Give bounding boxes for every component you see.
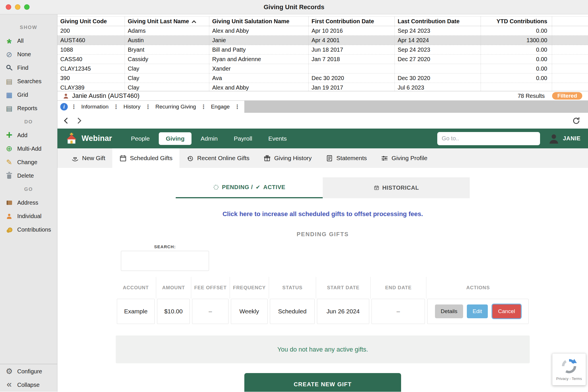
sidebar-item-label: Contributions bbox=[17, 226, 51, 233]
tab-menu-dots-icon[interactable]: ⋮ bbox=[113, 104, 119, 110]
tab-menu-dots-icon[interactable]: ⋮ bbox=[145, 104, 151, 110]
info-icon[interactable] bbox=[60, 103, 68, 110]
table-cell: 0.00 bbox=[481, 64, 552, 73]
table-cell: Dec 30 2020 bbox=[395, 73, 481, 83]
tab-menu-dots-icon[interactable]: ⋮ bbox=[71, 104, 77, 110]
pending-spinner-icon bbox=[213, 184, 219, 190]
subnav-item-giving-history[interactable]: Giving History bbox=[256, 148, 319, 168]
filtered-badge[interactable]: Filtered bbox=[552, 92, 582, 100]
window-titlebar: Giving Unit Records bbox=[0, 0, 588, 14]
none-icon: ⊘ bbox=[5, 50, 14, 59]
subnav-item-label: Recent Online Gifts bbox=[197, 155, 249, 162]
forward-button[interactable] bbox=[75, 118, 81, 124]
table-row[interactable]: AUST460AustinJanieApr 4 2001Apr 14 20241… bbox=[57, 36, 588, 45]
nav-item-payroll[interactable]: Payroll bbox=[227, 132, 259, 145]
minimize-window-button[interactable] bbox=[15, 4, 20, 10]
sidebar-item-change[interactable]: ✎Change bbox=[0, 156, 57, 169]
records-column-label: Last Contribution Date bbox=[398, 18, 460, 25]
record-tab-information[interactable]: Information bbox=[80, 104, 110, 110]
searches-icon: ▤ bbox=[5, 77, 14, 86]
sidebar-item-collapse[interactable]: «Collapse bbox=[0, 378, 57, 392]
statement-icon bbox=[326, 154, 333, 162]
sidebar-item-individual[interactable]: Individual bbox=[0, 209, 57, 223]
add-icon: + bbox=[5, 131, 14, 140]
table-cell: Jul 6 2023 bbox=[395, 83, 481, 91]
record-tab-recurring-giving[interactable]: Recurring Giving bbox=[154, 104, 198, 110]
table-cell: Apr 10 2016 bbox=[309, 26, 395, 35]
table-row[interactable]: 390ClayAvaDec 30 2020Dec 30 20200.00 bbox=[57, 73, 588, 83]
search-input[interactable] bbox=[121, 251, 209, 271]
subnav-item-recent-online-gifts[interactable]: Recent Online Gifts bbox=[179, 148, 256, 168]
subnav-item-statements[interactable]: Statements bbox=[319, 148, 374, 168]
details-button[interactable]: Details bbox=[435, 304, 463, 318]
change-icon: ✎ bbox=[5, 158, 14, 167]
table-cell: 0.00 bbox=[481, 45, 552, 54]
subnav-item-new-gift[interactable]: New Gift bbox=[64, 148, 112, 168]
nav-item-giving[interactable]: Giving bbox=[159, 132, 191, 145]
gift-actions-cell: Details Edit Cancel bbox=[427, 299, 529, 324]
table-row[interactable]: CLAY389ClayAlex and AbbyJan 19 2017Jul 6… bbox=[57, 83, 588, 91]
sidebar-item-reports[interactable]: ▤Reports bbox=[0, 102, 57, 115]
table-cell: AUST460 bbox=[57, 36, 125, 45]
search-label: SEARCH: bbox=[121, 244, 209, 249]
sidebar-item-contributions[interactable]: Contributions bbox=[0, 223, 57, 236]
records-column-header[interactable]: Giving Unit Salutation Name bbox=[209, 17, 309, 26]
history-icon bbox=[186, 154, 194, 162]
sidebar-item-multi-add[interactable]: ⊕Multi-Add bbox=[0, 142, 57, 156]
sidebar-item-find[interactable]: Find bbox=[0, 61, 57, 75]
goto-search-input[interactable] bbox=[437, 132, 540, 145]
sidebar-item-address[interactable]: Address bbox=[0, 196, 57, 209]
sidebar-item-searches[interactable]: ▤Searches bbox=[0, 75, 57, 88]
record-tab-history[interactable]: History bbox=[122, 104, 142, 110]
configure-icon: ⚙ bbox=[5, 367, 14, 376]
records-column-header[interactable]: First Contribution Date bbox=[309, 17, 395, 26]
sidebar-item-grid[interactable]: ▦Grid bbox=[0, 88, 57, 102]
user-menu[interactable]: JANIE bbox=[548, 132, 581, 145]
cancel-button[interactable]: Cancel bbox=[492, 304, 521, 318]
records-column-header[interactable]: YTD Contributions bbox=[481, 17, 552, 26]
subnav-item-scheduled-gifts[interactable]: Scheduled Gifts bbox=[112, 148, 179, 168]
site-nav: PeopleGivingAdminPayrollEvents bbox=[124, 132, 294, 145]
nav-item-people[interactable]: People bbox=[124, 132, 156, 145]
sidebar-section-heading: DO bbox=[0, 115, 57, 129]
sidebar-item-add[interactable]: +Add bbox=[0, 129, 57, 142]
table-row[interactable]: 200AdamsAlex and AbbyApr 10 2016Sep 24 2… bbox=[57, 26, 588, 36]
table-cell: Dec 30 2020 bbox=[309, 73, 395, 83]
browser-nav-row bbox=[57, 113, 588, 129]
create-new-gift-button[interactable]: CREATE NEW GIFT bbox=[244, 373, 401, 392]
tab-menu-dots-icon[interactable]: ⋮ bbox=[201, 104, 206, 110]
records-column-header[interactable]: Last Contribution Date bbox=[395, 17, 481, 26]
sidebar-item-label: Collapse bbox=[17, 382, 40, 388]
record-tab-engage[interactable]: Engage bbox=[210, 104, 231, 110]
records-column-header[interactable]: Giving Unit Code bbox=[57, 17, 125, 26]
sidebar-item-all[interactable]: *All bbox=[0, 34, 57, 48]
gift-start-date-cell: Jun 26 2024 bbox=[317, 299, 369, 324]
close-window-button[interactable] bbox=[6, 4, 11, 10]
nav-item-events[interactable]: Events bbox=[262, 132, 294, 145]
tab-historical[interactable]: HISTORICAL bbox=[323, 177, 470, 198]
sidebar-item-delete[interactable]: Delete bbox=[0, 169, 57, 183]
tab-pending-active[interactable]: PENDING / ✔ ACTIVE bbox=[176, 177, 323, 198]
records-column-label: Giving Unit Salutation Name bbox=[212, 18, 289, 25]
collapse-icon: « bbox=[5, 381, 14, 390]
table-row[interactable]: 1088BryantBill and PattyJun 18 2017Sep 2… bbox=[57, 45, 588, 55]
subnav-item-label: New Gift bbox=[82, 155, 105, 162]
edit-button[interactable]: Edit bbox=[467, 304, 488, 318]
records-column-header[interactable]: Giving Unit Last Name bbox=[125, 17, 209, 26]
refresh-button[interactable] bbox=[572, 117, 581, 125]
back-button[interactable] bbox=[64, 118, 70, 124]
sidebar-item-label: Individual bbox=[17, 213, 42, 220]
tab-menu-dots-icon[interactable]: ⋮ bbox=[234, 104, 240, 110]
records-column-label: Giving Unit Last Name bbox=[128, 18, 189, 25]
sidebar-item-configure[interactable]: ⚙Configure bbox=[0, 365, 57, 378]
table-row[interactable]: CLAY12345ClayXander0.00 bbox=[57, 64, 588, 73]
nav-item-admin[interactable]: Admin bbox=[194, 132, 225, 145]
table-cell: Austin bbox=[125, 36, 209, 45]
subnav-item-giving-profile[interactable]: Giving Profile bbox=[374, 148, 434, 168]
recaptcha-badge[interactable]: Privacy - Terms bbox=[552, 353, 586, 385]
zoom-window-button[interactable] bbox=[24, 4, 30, 10]
sidebar-sections: SHOW*All⊘NoneFind▤Searches▦Grid▤ReportsD… bbox=[0, 21, 57, 236]
offset-fees-link[interactable]: Click here to increase all scheduled gif… bbox=[223, 210, 423, 218]
table-row[interactable]: CASS40CassidyRyan and AdrienneJan 7 2018… bbox=[57, 55, 588, 64]
table-cell: Bill and Patty bbox=[209, 45, 309, 54]
